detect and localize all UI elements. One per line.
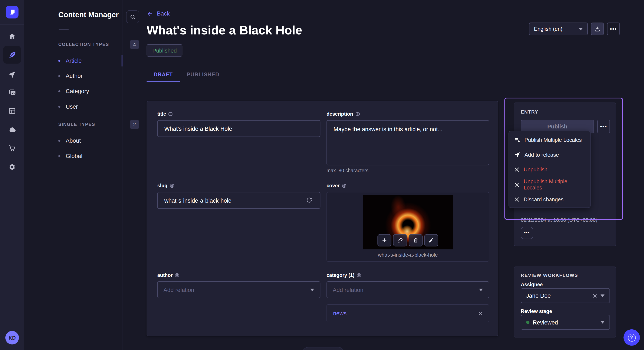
section-single-types: SINGLE TYPES: [58, 122, 95, 127]
sidebar-item-label: Global: [66, 153, 82, 159]
header-more-button[interactable]: •••: [607, 22, 620, 35]
field-label-text: description: [326, 111, 353, 117]
cloud-icon: [8, 126, 16, 134]
user-avatar[interactable]: KD: [5, 331, 19, 345]
nav-settings-button[interactable]: [3, 159, 21, 175]
scheduled-date: 09/11/2024 at 16:00 (UTC+02:00): [521, 217, 597, 223]
review-stage-label: Review stage: [521, 308, 552, 314]
nav-media-library-button[interactable]: [3, 84, 21, 100]
stage-value: Reviewed: [532, 319, 558, 326]
locale-select[interactable]: English (en): [529, 22, 588, 35]
add-media-button[interactable]: [377, 234, 392, 246]
bullet-icon: [58, 140, 60, 142]
category-relation-item: news: [326, 304, 489, 322]
remove-relation-icon[interactable]: [478, 311, 482, 316]
gear-icon: [8, 163, 16, 171]
description-textarea[interactable]: Maybe the answer is in this article, or …: [326, 120, 489, 165]
content-manager-app: KD Content Manager COLLECTION TYPES 4 Ar…: [0, 0, 644, 350]
nav-marketplace-button[interactable]: [3, 140, 21, 156]
strapi-logo[interactable]: [6, 6, 18, 18]
menu-item-add-to-release[interactable]: Add to release: [509, 147, 590, 162]
cover-field-label: cover: [326, 183, 347, 189]
strapi-logo-icon: [8, 8, 16, 16]
relation-link[interactable]: news: [333, 310, 478, 317]
globe-icon: [168, 112, 173, 117]
clear-assignee-icon[interactable]: [593, 293, 597, 298]
review-stage-combobox[interactable]: Reviewed: [521, 315, 610, 330]
entry-more-button[interactable]: •••: [597, 120, 610, 133]
field-label-text: cover: [326, 183, 340, 189]
relation-placeholder: Add relation: [164, 286, 194, 293]
nav-cloud-button[interactable]: [3, 122, 21, 137]
help-button[interactable]: ?: [624, 329, 640, 346]
menu-item-unpublish-multiple-locales[interactable]: Unpublish Multiple Locales: [509, 177, 590, 192]
sidebar-item-global[interactable]: Global: [58, 151, 140, 161]
category-field-label: category (1): [326, 272, 362, 278]
chevron-down-icon: [479, 289, 483, 291]
author-field-label: author: [158, 272, 180, 278]
subnav-search-button[interactable]: [126, 10, 139, 23]
single-types-count: 2: [130, 120, 139, 129]
sidebar-item-label: User: [66, 103, 78, 110]
sidebar-item-about[interactable]: About: [58, 136, 140, 146]
entry-panel-heading: ENTRY: [521, 110, 538, 114]
regenerate-slug-button[interactable]: [306, 197, 313, 203]
status-badge: Published: [147, 44, 182, 57]
nav-content-type-builder-button[interactable]: [3, 103, 21, 118]
sidebar-item-label: About: [66, 137, 81, 144]
description-field-label: description: [326, 111, 360, 117]
download-icon: [594, 26, 600, 32]
sidebar-item-category[interactable]: Category: [58, 86, 140, 96]
assignee-value: Jane Doe: [526, 292, 551, 299]
menu-item-discard-changes[interactable]: Discard changes: [509, 192, 590, 207]
field-label-text: category (1): [326, 272, 354, 278]
home-icon: [8, 32, 16, 40]
tab-draft[interactable]: DRAFT: [147, 68, 180, 81]
stage-status-dot: [526, 321, 530, 324]
delete-media-button[interactable]: [409, 234, 423, 246]
author-relation-select[interactable]: Add relation: [158, 281, 320, 298]
sidebar-item-user[interactable]: User: [58, 102, 140, 111]
question-icon: ?: [628, 334, 636, 342]
menu-item-publish-multiple-locales[interactable]: Publish Multiple Locales: [509, 133, 590, 147]
cover-filename: what-s-inside-a-black-hole: [327, 252, 489, 258]
bullet-icon: [58, 90, 60, 92]
field-label-text: slug: [158, 183, 168, 189]
nav-releases-button[interactable]: [3, 66, 21, 82]
nav-content-manager-button[interactable]: [3, 46, 21, 64]
copy-link-button[interactable]: [393, 234, 407, 246]
bullet-icon: [58, 75, 60, 77]
collection-types-count: 4: [130, 40, 139, 49]
slug-input[interactable]: [158, 192, 320, 209]
sidebar-item-article[interactable]: Article: [58, 56, 140, 65]
subnav-divider: [59, 29, 68, 29]
next-section-partial[interactable]: [302, 347, 344, 350]
menu-item-label: Add to release: [524, 152, 559, 158]
relation-placeholder: Add relation: [333, 286, 363, 293]
globe-icon: [355, 112, 360, 117]
back-link[interactable]: Back: [147, 10, 170, 17]
search-icon: [130, 14, 136, 20]
nav-home-button[interactable]: [3, 28, 21, 44]
list-plus-icon: [514, 137, 520, 143]
content-type-builder-icon: [8, 107, 16, 115]
category-relation-select[interactable]: Add relation: [326, 281, 489, 298]
review-workflows-panel: REVIEW WORKFLOWS Assignee Jane Doe Revie…: [514, 267, 616, 338]
chevron-down-icon: [578, 28, 583, 30]
export-button[interactable]: [591, 22, 604, 35]
date-more-button[interactable]: •••: [521, 227, 533, 239]
cover-media-field: what-s-inside-a-black-hole: [326, 192, 489, 262]
title-input[interactable]: [158, 120, 320, 137]
media-library-icon: [8, 88, 16, 97]
content-manager-subnav: Content Manager COLLECTION TYPES 4 Artic…: [24, 0, 122, 350]
sidebar-item-author[interactable]: Author: [58, 71, 140, 81]
edit-media-button[interactable]: [424, 234, 438, 246]
cross-icon: [514, 182, 520, 187]
main-nav-rail: KD: [0, 0, 24, 350]
refresh-icon: [306, 197, 313, 203]
tab-published[interactable]: PUBLISHED: [180, 68, 226, 81]
cross-icon: [514, 197, 520, 202]
menu-item-unpublish[interactable]: Unpublish: [509, 162, 590, 177]
slug-field-label: slug: [158, 183, 174, 189]
assignee-combobox[interactable]: Jane Doe: [521, 288, 610, 303]
